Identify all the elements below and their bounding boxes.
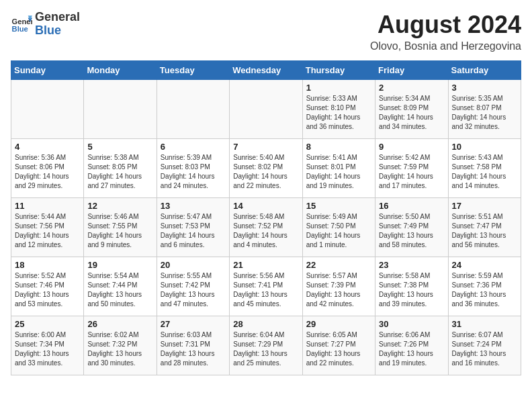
cell-content: Sunrise: 5:41 AM Sunset: 8:01 PM Dayligh…	[306, 153, 371, 191]
calendar-cell: 11Sunrise: 5:44 AM Sunset: 7:56 PM Dayli…	[11, 198, 84, 257]
logo: General Blue General Blue	[11, 11, 80, 38]
cell-content: Sunrise: 5:55 AM Sunset: 7:42 PM Dayligh…	[161, 271, 226, 309]
day-number: 23	[379, 260, 444, 270]
cell-content: Sunrise: 5:51 AM Sunset: 7:47 PM Dayligh…	[452, 212, 517, 250]
calendar-cell: 8Sunrise: 5:41 AM Sunset: 8:01 PM Daylig…	[302, 139, 375, 198]
calendar-cell: 10Sunrise: 5:43 AM Sunset: 7:58 PM Dayli…	[448, 139, 521, 198]
cell-content: Sunrise: 5:47 AM Sunset: 7:53 PM Dayligh…	[161, 212, 226, 250]
day-number: 26	[87, 319, 152, 329]
cell-content: Sunrise: 5:48 AM Sunset: 7:52 PM Dayligh…	[233, 212, 298, 250]
week-row-2: 4Sunrise: 5:36 AM Sunset: 8:06 PM Daylig…	[11, 139, 521, 198]
week-row-5: 25Sunrise: 6:00 AM Sunset: 7:34 PM Dayli…	[11, 316, 521, 375]
calendar-cell: 29Sunrise: 6:05 AM Sunset: 7:27 PM Dayli…	[302, 316, 375, 375]
calendar-table: SundayMondayTuesdayWednesdayThursdayFrid…	[11, 60, 521, 375]
calendar-cell: 6Sunrise: 5:39 AM Sunset: 8:03 PM Daylig…	[157, 139, 229, 198]
calendar-cell: 20Sunrise: 5:55 AM Sunset: 7:42 PM Dayli…	[157, 257, 229, 316]
calendar-cell: 15Sunrise: 5:49 AM Sunset: 7:50 PM Dayli…	[302, 198, 375, 257]
cell-content: Sunrise: 5:42 AM Sunset: 7:59 PM Dayligh…	[379, 153, 444, 191]
cell-content: Sunrise: 5:50 AM Sunset: 7:49 PM Dayligh…	[379, 212, 444, 250]
cell-content: Sunrise: 5:58 AM Sunset: 7:38 PM Dayligh…	[379, 271, 444, 309]
cell-content: Sunrise: 5:54 AM Sunset: 7:44 PM Dayligh…	[87, 271, 152, 309]
calendar-cell: 21Sunrise: 5:56 AM Sunset: 7:41 PM Dayli…	[230, 257, 302, 316]
cell-content: Sunrise: 5:33 AM Sunset: 8:10 PM Dayligh…	[306, 94, 371, 132]
logo-icon: General Blue	[11, 13, 32, 35]
calendar-cell: 19Sunrise: 5:54 AM Sunset: 7:44 PM Dayli…	[84, 257, 157, 316]
calendar-cell: 26Sunrise: 6:02 AM Sunset: 7:32 PM Dayli…	[84, 316, 157, 375]
cell-content: Sunrise: 5:49 AM Sunset: 7:50 PM Dayligh…	[306, 212, 371, 250]
cell-content: Sunrise: 5:59 AM Sunset: 7:36 PM Dayligh…	[452, 271, 517, 309]
calendar-cell: 27Sunrise: 6:03 AM Sunset: 7:31 PM Dayli…	[157, 316, 229, 375]
header-monday: Monday	[84, 61, 157, 80]
cell-content: Sunrise: 5:57 AM Sunset: 7:39 PM Dayligh…	[306, 271, 371, 309]
day-number: 8	[306, 142, 371, 152]
calendar-cell: 9Sunrise: 5:42 AM Sunset: 7:59 PM Daylig…	[375, 139, 448, 198]
day-number: 2	[379, 83, 444, 93]
day-number: 10	[452, 142, 517, 152]
calendar-header-row: SundayMondayTuesdayWednesdayThursdayFrid…	[11, 61, 521, 80]
cell-content: Sunrise: 5:43 AM Sunset: 7:58 PM Dayligh…	[452, 153, 517, 191]
calendar-cell	[230, 80, 302, 139]
logo-general: General	[35, 11, 80, 24]
cell-content: Sunrise: 5:44 AM Sunset: 7:56 PM Dayligh…	[15, 212, 80, 250]
day-number: 16	[379, 201, 444, 211]
day-number: 27	[161, 319, 226, 329]
cell-content: Sunrise: 5:52 AM Sunset: 7:46 PM Dayligh…	[15, 271, 80, 309]
calendar-cell: 2Sunrise: 5:34 AM Sunset: 8:09 PM Daylig…	[375, 80, 448, 139]
day-number: 17	[452, 201, 517, 211]
week-row-1: 1Sunrise: 5:33 AM Sunset: 8:10 PM Daylig…	[11, 80, 521, 139]
svg-text:Blue: Blue	[12, 25, 28, 33]
day-number: 7	[233, 142, 298, 152]
calendar-cell: 17Sunrise: 5:51 AM Sunset: 7:47 PM Dayli…	[448, 198, 521, 257]
cell-content: Sunrise: 5:35 AM Sunset: 8:07 PM Dayligh…	[452, 94, 517, 132]
header-sunday: Sunday	[11, 61, 84, 80]
day-number: 9	[379, 142, 444, 152]
calendar-cell: 12Sunrise: 5:46 AM Sunset: 7:55 PM Dayli…	[84, 198, 157, 257]
calendar-cell: 22Sunrise: 5:57 AM Sunset: 7:39 PM Dayli…	[302, 257, 375, 316]
day-number: 28	[233, 319, 298, 329]
cell-content: Sunrise: 5:38 AM Sunset: 8:05 PM Dayligh…	[87, 153, 152, 191]
calendar-cell: 30Sunrise: 6:06 AM Sunset: 7:26 PM Dayli…	[375, 316, 448, 375]
calendar-cell: 7Sunrise: 5:40 AM Sunset: 8:02 PM Daylig…	[230, 139, 302, 198]
day-number: 11	[15, 201, 80, 211]
calendar-cell: 28Sunrise: 6:04 AM Sunset: 7:29 PM Dayli…	[230, 316, 302, 375]
day-number: 4	[15, 142, 80, 152]
header-tuesday: Tuesday	[157, 61, 229, 80]
calendar-cell: 23Sunrise: 5:58 AM Sunset: 7:38 PM Dayli…	[375, 257, 448, 316]
day-number: 31	[452, 319, 517, 329]
calendar-cell: 13Sunrise: 5:47 AM Sunset: 7:53 PM Dayli…	[157, 198, 229, 257]
day-number: 19	[87, 260, 152, 270]
header-friday: Friday	[375, 61, 448, 80]
logo-blue: Blue	[35, 24, 80, 38]
calendar-cell: 1Sunrise: 5:33 AM Sunset: 8:10 PM Daylig…	[302, 80, 375, 139]
day-number: 25	[15, 319, 80, 329]
day-number: 12	[87, 201, 152, 211]
calendar-cell: 3Sunrise: 5:35 AM Sunset: 8:07 PM Daylig…	[448, 80, 521, 139]
header-saturday: Saturday	[448, 61, 521, 80]
calendar-cell: 24Sunrise: 5:59 AM Sunset: 7:36 PM Dayli…	[448, 257, 521, 316]
cell-content: Sunrise: 6:06 AM Sunset: 7:26 PM Dayligh…	[379, 330, 444, 368]
calendar-cell: 14Sunrise: 5:48 AM Sunset: 7:52 PM Dayli…	[230, 198, 302, 257]
cell-content: Sunrise: 5:46 AM Sunset: 7:55 PM Dayligh…	[87, 212, 152, 250]
week-row-4: 18Sunrise: 5:52 AM Sunset: 7:46 PM Dayli…	[11, 257, 521, 316]
day-number: 15	[306, 201, 371, 211]
calendar-cell	[11, 80, 84, 139]
calendar-cell: 16Sunrise: 5:50 AM Sunset: 7:49 PM Dayli…	[375, 198, 448, 257]
title-block: August 2024 Olovo, Bosnia and Herzegovin…	[370, 11, 521, 52]
day-number: 18	[15, 260, 80, 270]
day-number: 30	[379, 319, 444, 329]
calendar-cell: 5Sunrise: 5:38 AM Sunset: 8:05 PM Daylig…	[84, 139, 157, 198]
day-number: 1	[306, 83, 371, 93]
calendar-cell	[157, 80, 229, 139]
cell-content: Sunrise: 5:39 AM Sunset: 8:03 PM Dayligh…	[161, 153, 226, 191]
cell-content: Sunrise: 6:07 AM Sunset: 7:24 PM Dayligh…	[452, 330, 517, 368]
calendar-cell: 4Sunrise: 5:36 AM Sunset: 8:06 PM Daylig…	[11, 139, 84, 198]
week-row-3: 11Sunrise: 5:44 AM Sunset: 7:56 PM Dayli…	[11, 198, 521, 257]
cell-content: Sunrise: 5:34 AM Sunset: 8:09 PM Dayligh…	[379, 94, 444, 132]
location-subtitle: Olovo, Bosnia and Herzegovina	[370, 40, 521, 52]
day-number: 14	[233, 201, 298, 211]
month-year-title: August 2024	[370, 11, 521, 39]
day-number: 3	[452, 83, 517, 93]
day-number: 22	[306, 260, 371, 270]
cell-content: Sunrise: 6:04 AM Sunset: 7:29 PM Dayligh…	[233, 330, 298, 368]
calendar-cell: 18Sunrise: 5:52 AM Sunset: 7:46 PM Dayli…	[11, 257, 84, 316]
